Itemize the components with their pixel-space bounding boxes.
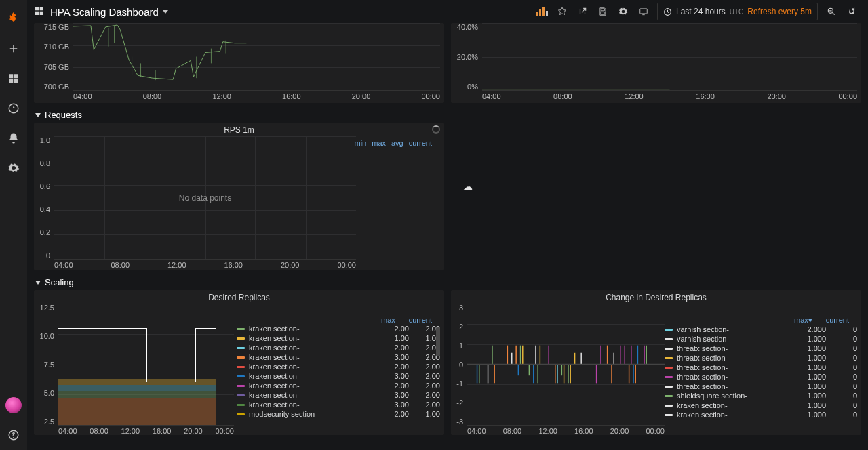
- dashboard-title[interactable]: HPA Scaling Dashboard: [50, 6, 168, 18]
- series-current: 2.00: [413, 382, 440, 390]
- axis-tick: 0.8: [34, 159, 50, 167]
- alerting-icon[interactable]: [3, 127, 24, 149]
- panel-change-replicas[interactable]: Change in Desired Replicas 3210-1-2-3 04…: [451, 290, 861, 435]
- scrollbar-thumb[interactable]: [436, 327, 440, 356]
- axis-tick: 04:00: [482, 92, 501, 103]
- sidebar: [0, 0, 27, 450]
- legend-item[interactable]: kraken section-1.001.00: [237, 333, 440, 343]
- legend-item[interactable]: kraken section-2.002.00: [237, 381, 440, 390]
- axis-tick: 00:00: [337, 261, 356, 272]
- grafana-logo[interactable]: [3, 8, 24, 30]
- legend-item[interactable]: kraken section-3.002.00: [237, 400, 440, 409]
- legend-header[interactable]: current: [826, 316, 849, 325]
- config-icon[interactable]: [3, 157, 24, 179]
- help-icon[interactable]: [3, 424, 24, 446]
- panel-rps[interactable]: RPS 1m 1.00.80.60.40.20 No data points: [34, 123, 444, 270]
- legend-item[interactable]: threatx section-1.0000: [665, 382, 857, 391]
- settings-icon[interactable]: [614, 3, 633, 20]
- legend-item[interactable]: kraken section-3.002.00: [237, 371, 440, 381]
- axis-tick: 5.0: [34, 389, 54, 397]
- axis-tick: 3: [451, 304, 463, 312]
- panel-cpu[interactable]: 40.0%20.0%0% 04:0008:0012:0016:0020:0000…: [451, 23, 861, 103]
- create-icon[interactable]: [3, 38, 24, 60]
- star-icon[interactable]: [553, 3, 572, 20]
- legend-item[interactable]: kraken section-2.002.00: [237, 362, 440, 371]
- axis-tick: 20:00: [184, 427, 203, 438]
- legend-item[interactable]: threatx section-1.0000: [665, 353, 857, 363]
- legend-item[interactable]: kraken section-2.002.00: [237, 324, 440, 333]
- axis-tick: 0: [34, 251, 50, 260]
- cycle-view-icon[interactable]: [634, 3, 653, 20]
- legend-item[interactable]: kraken section-3.002.00: [237, 390, 440, 400]
- axis-tick: 04:00: [467, 427, 486, 438]
- legend-header[interactable]: min: [354, 139, 366, 147]
- series-swatch: [237, 413, 245, 415]
- axis-tick: 00:00: [838, 92, 857, 103]
- series-swatch: [237, 375, 245, 377]
- loading-spinner-icon: [432, 125, 440, 134]
- legend-item[interactable]: threatx section-1.0000: [665, 372, 857, 382]
- series-swatch: [665, 376, 673, 378]
- series-max: 3.00: [382, 353, 409, 361]
- legend-header[interactable]: max: [372, 139, 386, 147]
- legend-item[interactable]: shieldsquare section-1.0000: [665, 391, 857, 401]
- axis-tick: 1: [451, 342, 463, 350]
- dashboard-grid-icon[interactable]: [34, 5, 45, 18]
- legend-header[interactable]: max: [381, 316, 395, 324]
- legend-item[interactable]: kraken section-1.0000: [665, 410, 857, 420]
- time-picker[interactable]: Last 24 hours UTC Refresh every 5m: [657, 3, 818, 20]
- series-max: 1.000: [799, 335, 826, 343]
- panel-memory[interactable]: 715 GB710 GB705 GB700 GB: [34, 23, 444, 103]
- legend-item[interactable]: threatx section-1.0000: [665, 363, 857, 372]
- axis-tick: 0.6: [34, 182, 50, 190]
- avatar[interactable]: [3, 394, 24, 416]
- series-label: threatx section-: [677, 354, 795, 362]
- axis-tick: 00:00: [646, 427, 665, 438]
- explore-icon[interactable]: [3, 98, 24, 119]
- row-scaling[interactable]: Scaling: [34, 274, 861, 290]
- axis-tick: 04:00: [58, 427, 77, 438]
- legend-item[interactable]: varnish section-2.0000: [665, 325, 857, 334]
- series-label: kraken section-: [249, 353, 378, 361]
- zoom-out-icon[interactable]: [822, 3, 841, 20]
- series-max: 1.000: [799, 411, 826, 419]
- series-current: 0: [830, 325, 857, 333]
- refresh-icon[interactable]: [842, 3, 861, 20]
- axis-tick: 705 GB: [34, 63, 69, 71]
- axis-tick: 08:00: [143, 92, 162, 103]
- legend-header[interactable]: max▾: [794, 316, 812, 325]
- series-label: threatx section-: [677, 382, 795, 390]
- save-icon[interactable]: [593, 3, 612, 20]
- row-requests[interactable]: Requests: [34, 107, 861, 123]
- series-max: 2.000: [799, 325, 826, 333]
- series-max: 3.00: [382, 372, 409, 380]
- series-label: kraken section-: [249, 363, 378, 371]
- share-icon[interactable]: [573, 3, 592, 20]
- legend-item[interactable]: varnish section-1.0000: [665, 334, 857, 344]
- dashboards-icon[interactable]: [3, 68, 24, 89]
- memory-plot: [73, 23, 440, 91]
- legend-header[interactable]: current: [409, 139, 432, 147]
- series-swatch: [237, 328, 245, 330]
- legend-item[interactable]: kraken section-3.002.00: [237, 352, 440, 362]
- panel-desired-replicas[interactable]: Desired Replicas 12.510.07.55.02.5: [34, 290, 444, 435]
- legend-item[interactable]: kraken section-2.002.00: [237, 343, 440, 352]
- legend-header[interactable]: avg: [391, 139, 403, 147]
- add-panel-icon[interactable]: [532, 3, 551, 20]
- axis-tick: 16:00: [696, 92, 715, 103]
- legend-item[interactable]: kraken section-1.0000: [665, 401, 857, 410]
- axis-tick: -3: [451, 417, 463, 426]
- axis-tick: 08:00: [111, 261, 130, 272]
- series-label: modsecurity section-: [249, 410, 378, 418]
- axis-tick: 12:00: [212, 92, 231, 103]
- legend-item[interactable]: threatx section-1.0000: [665, 344, 857, 353]
- legend-item[interactable]: modsecurity section-2.001.00: [237, 409, 440, 419]
- series-current: 0: [830, 401, 857, 409]
- legend-header[interactable]: current: [409, 316, 432, 324]
- axis-tick: 20:00: [610, 427, 629, 438]
- series-max: 1.000: [799, 363, 826, 371]
- series-label: shieldsquare section-: [677, 392, 795, 400]
- cloud-icon: ☁: [463, 181, 473, 192]
- series-current: 2.00: [413, 372, 440, 380]
- series-swatch: [665, 348, 673, 350]
